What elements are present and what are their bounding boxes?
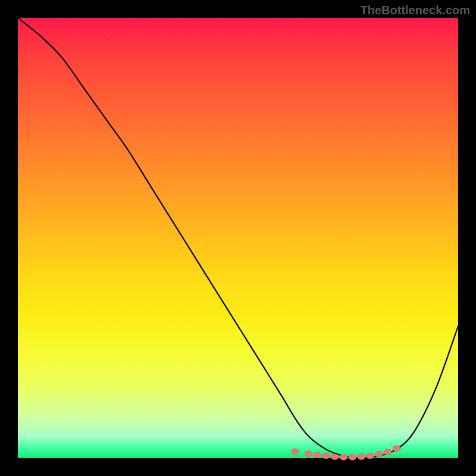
data-marker bbox=[292, 449, 299, 455]
data-marker bbox=[358, 454, 365, 460]
data-marker bbox=[393, 446, 400, 452]
data-marker bbox=[331, 454, 339, 460]
data-marker bbox=[340, 455, 347, 461]
data-marker bbox=[384, 449, 392, 455]
data-marker bbox=[367, 453, 374, 459]
chart-svg bbox=[18, 18, 458, 458]
plot-area bbox=[18, 18, 458, 458]
data-markers bbox=[292, 446, 400, 461]
watermark-text: TheBottleneck.com bbox=[361, 4, 470, 17]
data-marker bbox=[314, 452, 321, 458]
data-marker bbox=[375, 451, 383, 457]
data-marker bbox=[349, 455, 356, 461]
data-marker bbox=[305, 451, 312, 457]
bottleneck-curve bbox=[18, 18, 458, 458]
data-marker bbox=[322, 453, 330, 459]
